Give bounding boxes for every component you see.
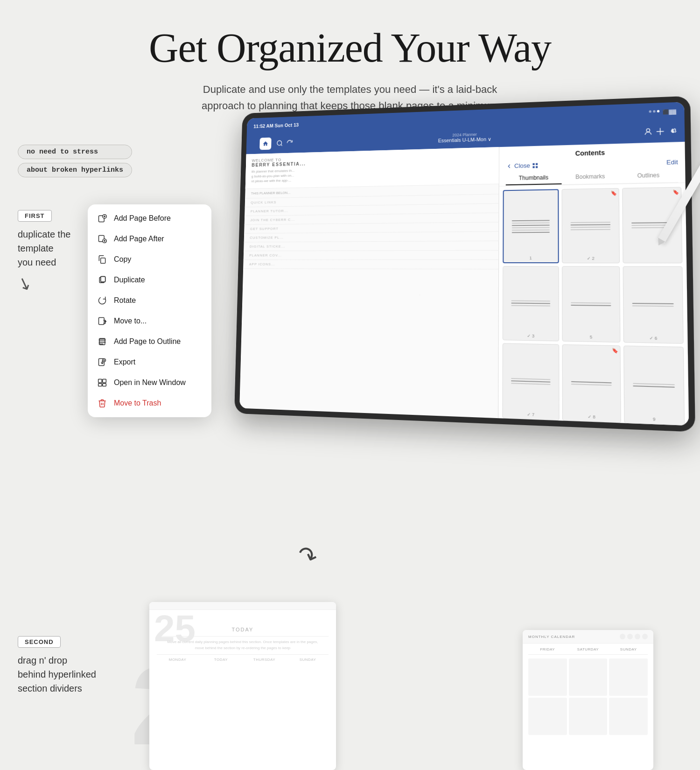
calendar-grid [528,658,648,696]
contents-close-btn[interactable]: Close [506,162,539,170]
home-icon[interactable] [259,137,272,150]
thumb-number-2: ✓ 2 [587,256,594,261]
thumb-number-4: ✓ 3 [527,334,534,339]
menu-item-move-to-trash[interactable]: Move to Trash [88,393,211,413]
thumb-number-8: ✓ 8 [588,414,595,420]
tag-no-stress: no need to stress [18,145,132,159]
first-label: FIRST [18,210,52,222]
menu-label-rotate: Rotate [114,296,136,305]
first-step-section: FIRST duplicate thetemplateyou need ↙ [18,210,70,294]
tab-bookmarks[interactable]: Bookmarks [561,170,619,184]
menu-item-open-new-window[interactable]: Open in New Window [88,372,211,393]
thumbnails-grid: 1 🔖 ✓ 2 [498,183,689,426]
app-icons-row: APP ICONS... [243,260,498,269]
daily-planner-body: 25 TODAY Move all current daily planning… [149,610,336,694]
contents-edit-btn[interactable]: Edit [666,158,678,166]
thumbnail-4[interactable]: ✓ 3 [503,266,559,341]
menu-label-add-page-before: Add Page Before [114,214,171,223]
thumbnail-11[interactable]: ✓ 11 [562,424,622,426]
new-window-icon [97,378,107,388]
svg-rect-24 [98,384,102,386]
thumbnail-5[interactable]: 5 [562,266,620,343]
cal-cell-3 [609,658,648,696]
svg-rect-30 [533,166,535,168]
thumb-number-5: 5 [590,335,592,340]
welcome-section: WELCOME TO BERRY ESSENTIA... ith planner… [245,147,499,189]
page-wrapper: Get Organized Your Way Duplicate and use… [0,0,700,770]
tab-thumbnails[interactable]: Thumbnails [506,171,562,186]
duplicate-icon [97,275,107,285]
thumb-lines-2 [571,222,610,230]
thumb-bookmark-2: 🔖 [611,190,617,196]
rotate-icon [97,295,107,306]
nav-dot-2 [653,110,656,112]
thumbnail-7[interactable]: ✓ 7 [502,343,559,420]
col-thursday: THURSDAY [244,658,285,662]
tab-outlines[interactable]: Outlines [619,168,678,183]
contents-nav: Close Edit [506,158,678,169]
thumb-lines-5 [571,302,611,306]
thumbnail-9[interactable]: 9 [623,345,685,425]
svg-rect-10 [101,277,105,282]
close-label: Close [514,162,530,169]
menu-label-move-to: Move to... [114,317,147,325]
thumb-lines-7 [511,378,550,385]
thumb-number-6: ✓ 6 [649,336,657,341]
menu-label-move-to-trash: Move to Trash [114,399,161,407]
thumb-lines-4 [511,300,550,306]
daily-planner-mockup: 25 TODAY Move all current daily planning… [149,602,336,770]
menu-item-add-page-outline[interactable]: Add Page to Outline [88,331,211,352]
menu-item-copy[interactable]: Copy [88,249,211,270]
col-monday: MONDAY [157,658,198,662]
cal-col-saturday: SATURDAY [569,647,608,651]
menu-item-export[interactable]: Export [88,352,211,372]
cal-cell-6 [609,698,648,735]
page-title: Get Organized Your Way [0,26,700,71]
cal-cell-1 [528,658,567,696]
cal-cell-5 [569,698,608,735]
ipad-screen: 11:52 AM Sun Oct 13 ⬛▓▓ [239,102,689,426]
second-step-section: SECOND drag n' dropbehind hyperlinkedsec… [18,636,96,695]
svg-rect-8 [101,258,105,264]
menu-label-open-new-window: Open in New Window [114,378,186,387]
context-menu: Add Page Before Add Page After [88,204,211,417]
menu-item-duplicate[interactable]: Duplicate [88,270,211,290]
second-label: SECOND [18,636,61,648]
arrow-curve-icon: ↷ [294,540,321,572]
thumb-lines-9 [633,383,675,387]
menu-item-add-page-before[interactable]: Add Page Before [88,208,211,229]
contents-header: Contents Close Edit Thumbnails [499,142,686,187]
cal-action-1 [620,634,625,639]
menu-item-add-page-after[interactable]: Add Page After [88,229,211,249]
menu-item-rotate[interactable]: Rotate [88,290,211,311]
second-description: drag n' dropbehind hyperlinkedsection di… [18,653,96,695]
thumb-lines-6 [632,303,673,307]
cal-cell-2 [569,658,608,696]
thumb-bookmark-8: 🔖 [612,348,618,353]
today-label: TODAY [157,627,329,632]
thumbnail-6[interactable]: ✓ 6 [623,266,684,343]
thumbnail-8[interactable]: 🔖 ✓ 8 [562,344,621,423]
tag-broken-hyperlinks: about broken hyperlinks [18,163,132,177]
cal-col-friday: FRIDAY [528,647,567,651]
thumb-bookmark-3: 🔖 [672,189,679,195]
calendar-actions [620,634,648,639]
cal-action-3 [635,634,640,639]
monthly-calendar-mockup: MONTHLY CALENDAR FRIDAY SATURDAY SUNDAY [523,630,653,770]
thumbnail-1[interactable]: 1 [503,189,559,263]
menu-label-add-page-after: Add Page After [114,235,164,243]
trash-icon [97,398,107,408]
ipad-time: 11:52 AM Sun Oct 13 [253,122,299,129]
today-desc: Move all current daily planning pages be… [157,639,329,651]
calendar-title: MONTHLY CALENDAR [528,635,575,639]
thumbnail-10[interactable]: ✓ 10 [502,421,560,426]
svg-rect-29 [536,163,538,165]
add-after-icon [97,234,107,244]
planner-cov-row: PLANNER COV... [244,250,499,259]
thumbnail-2[interactable]: 🔖 ✓ 2 [562,188,620,263]
svg-rect-28 [533,163,535,165]
ipad-mockup-area: 11:52 AM Sun Oct 13 ⬛▓▓ [224,103,700,439]
ipad-frame: 11:52 AM Sun Oct 13 ⬛▓▓ [234,96,695,432]
menu-item-move-to[interactable]: Move to... [88,311,211,331]
nav-dot-3 [657,110,659,112]
